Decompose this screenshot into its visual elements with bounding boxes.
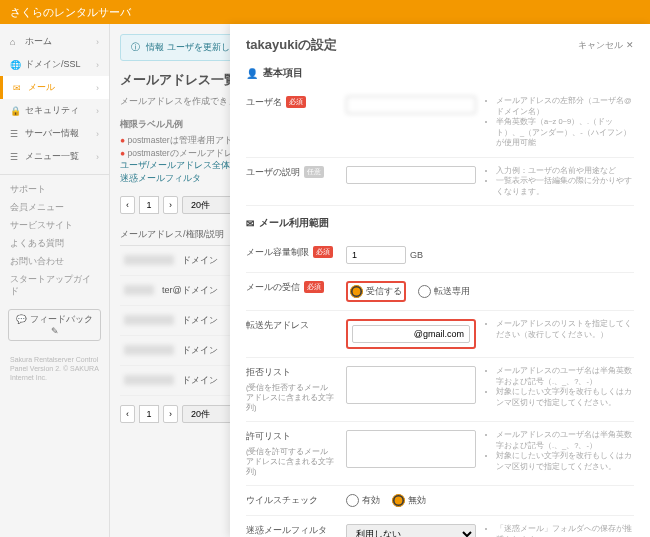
app-title: さくらのレンタルサーバ <box>10 5 131 20</box>
chevron-right-icon: › <box>96 129 99 139</box>
settings-modal: takayukiの設定 キャンセル ✕ 👤基本項目 ユーザ名必須 メールアドレス… <box>230 24 650 537</box>
home-icon: ⌂ <box>10 37 20 47</box>
page-prev-button[interactable]: ‹ <box>120 196 135 214</box>
virus-radio-off[interactable]: 無効 <box>392 494 426 507</box>
help-text: 「迷惑メール」フォルダへの保存が推奨されます。フィルタの判別ではヘッダに「X-S… <box>486 524 634 537</box>
feedback-button[interactable]: 💬 フィードバック ✎ <box>8 309 101 341</box>
list-icon: ☰ <box>10 152 20 162</box>
mail-icon: ✉ <box>246 218 254 229</box>
sidebar-item-mail[interactable]: ✉メール› <box>0 76 109 99</box>
sidebar-sub-contact[interactable]: お問い合わせ <box>0 253 109 271</box>
sidebar: ⌂ホーム› 🌐ドメイン/SSL› ✉メール› 🔒セキュリティ› ☰サーバー情報›… <box>0 24 110 537</box>
virus-radio-on[interactable]: 有効 <box>346 494 380 507</box>
help-text: メールアドレスのリストを指定してください（改行してください。） <box>486 319 634 349</box>
required-badge: 必須 <box>304 281 324 293</box>
page-number-input[interactable] <box>139 405 159 423</box>
receive-radio-forward[interactable]: 転送専用 <box>418 281 470 302</box>
page-prev-button[interactable]: ‹ <box>120 405 135 423</box>
help-text: 入力例：ユーザの名前や用途など一覧表示や一括編集の際に分かりやすくなります。 <box>486 166 634 198</box>
reject-list-input[interactable] <box>346 366 476 404</box>
copyright: Sakura Rentalserver Control Panel Versio… <box>0 349 109 388</box>
sidebar-sub-support[interactable]: サポート <box>0 181 109 199</box>
username-input[interactable] <box>346 96 476 114</box>
sidebar-sub-member[interactable]: 会員メニュー <box>0 199 109 217</box>
lock-icon: 🔒 <box>10 106 20 116</box>
chevron-right-icon: › <box>96 152 99 162</box>
forward-input[interactable] <box>352 325 470 343</box>
chevron-right-icon: › <box>96 60 99 70</box>
server-icon: ☰ <box>10 129 20 139</box>
page-number-input[interactable] <box>139 196 159 214</box>
info-icon: ⓘ <box>131 41 140 54</box>
section-mail-usage: ✉メール利用範囲 <box>246 216 634 230</box>
optional-badge: 任意 <box>304 166 324 178</box>
help-text: メールアドレスのユーザ名は半角英数字および記号（.、_、?、-）対象にしたい文字… <box>486 366 634 413</box>
user-icon: 👤 <box>246 68 258 79</box>
userdesc-input[interactable] <box>346 166 476 184</box>
sidebar-sub-startup[interactable]: スタートアップガイド <box>0 271 109 301</box>
spam-filter-select[interactable]: 利用しない <box>346 524 476 537</box>
sidebar-item-security[interactable]: 🔒セキュリティ› <box>0 99 109 122</box>
sidebar-item-home[interactable]: ⌂ホーム› <box>0 30 109 53</box>
chevron-right-icon: › <box>96 83 99 93</box>
capacity-input[interactable] <box>346 246 406 264</box>
cancel-button[interactable]: キャンセル ✕ <box>578 39 634 52</box>
topbar: さくらのレンタルサーバ <box>0 0 650 24</box>
receive-radio-receive[interactable]: 受信する <box>350 285 402 298</box>
allow-list-input[interactable] <box>346 430 476 468</box>
help-text: メールアドレスのユーザ名は半角英数字および記号（.、_、?、-）対象にしたい文字… <box>486 430 634 477</box>
sidebar-sub-service[interactable]: サービスサイト <box>0 217 109 235</box>
page-next-button[interactable]: › <box>163 196 178 214</box>
sidebar-item-menu[interactable]: ☰メニュー一覧› <box>0 145 109 168</box>
sidebar-item-server[interactable]: ☰サーバー情報› <box>0 122 109 145</box>
chevron-right-icon: › <box>96 37 99 47</box>
page-next-button[interactable]: › <box>163 405 178 423</box>
required-badge: 必須 <box>313 246 333 258</box>
help-text: メールアドレスの左部分（ユーザ名@ドメイン名）半角英数字（a~z 0~9）、.（… <box>486 96 634 149</box>
sidebar-item-domain[interactable]: 🌐ドメイン/SSL› <box>0 53 109 76</box>
modal-title: takayukiの設定 <box>246 36 337 54</box>
chevron-right-icon: › <box>96 106 99 116</box>
close-icon: ✕ <box>626 40 634 50</box>
sidebar-sub-faq[interactable]: よくある質問 <box>0 235 109 253</box>
section-basic: 👤基本項目 <box>246 66 634 80</box>
required-badge: 必須 <box>286 96 306 108</box>
mail-icon: ✉ <box>13 83 23 93</box>
globe-icon: 🌐 <box>10 60 20 70</box>
